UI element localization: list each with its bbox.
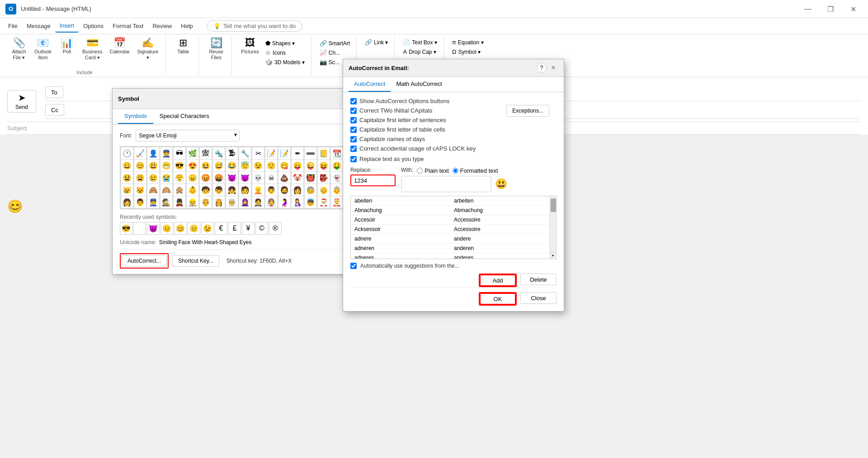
cap-table-checkbox[interactable] [350,127,357,133]
auto-suggest-checkbox[interactable] [350,263,357,269]
add-button[interactable]: Add [480,274,516,286]
symbol-cell[interactable]: 🙉 [160,184,172,196]
symbol-cell[interactable]: 😿 [121,184,133,196]
recent-cell[interactable]: 👿 [147,222,160,235]
signature-button[interactable]: ✍ Signature▾ [134,36,161,62]
calendar-button[interactable]: 📅 Calendar [107,36,133,57]
symbol-cell[interactable]: 🕸 [200,147,212,159]
recent-cell[interactable]: 😉 [201,222,214,235]
shapes-button[interactable]: ⬟ Shapes ▾ [264,39,307,47]
symbol-cell[interactable]: 👵 [331,184,343,196]
symbol-cell[interactable]: 👳 [226,196,238,208]
symbol-cell[interactable]: 👤 [147,147,159,159]
table-row[interactable]: adnerenanderen [351,244,550,253]
formatted-text-option[interactable]: Formatted text [453,167,498,174]
tab-autocorrect[interactable]: AutoCorrect [349,77,391,92]
symbol-cell[interactable]: 🌿 [187,147,198,159]
symbol-cell[interactable]: 💩 [278,172,290,184]
symbol-cell[interactable]: 😎 [174,160,185,171]
cap-days-checkbox[interactable] [350,136,357,142]
symbol-cell[interactable]: 😫 [121,172,133,184]
autocorrect-button[interactable]: AutoCorrect... [122,255,167,267]
scrollbar-thumb[interactable] [551,198,556,212]
symbol-cell[interactable]: 😈 [226,172,238,184]
menu-message[interactable]: Message [22,20,55,32]
symbol-cell[interactable]: 👺 [318,172,330,184]
cap-sentences-checkbox[interactable] [350,117,357,123]
symbol-cell[interactable]: 👮 [147,196,159,208]
symbol-cell[interactable]: 🤴 [200,196,212,208]
symbol-cell[interactable]: 😀 [121,160,133,171]
symbol-cell[interactable]: 👶 [187,184,198,196]
business-card-button[interactable]: 💳 BusinessCard ▾ [80,36,105,62]
symbol-cell[interactable]: 🧑 [239,184,251,196]
symbol-cell[interactable]: 😋 [278,160,290,171]
symbol-cell[interactable]: ✒ [292,147,303,159]
close-ac-button[interactable]: Close [520,292,557,304]
symbol-cell[interactable]: 👦 [213,184,225,196]
symbol-cell[interactable]: 🕶 [174,147,185,159]
symbol-cell[interactable]: 😅 [213,160,225,171]
symbol-cell[interactable]: 🧔 [278,184,290,196]
symbol-cell[interactable]: 👧 [226,184,238,196]
recent-cell[interactable]: 😎 [120,222,132,235]
symbol-cell[interactable]: 🔩 [213,147,225,159]
symbol-cell[interactable]: 🧕 [239,196,251,208]
symbol-cell[interactable]: 😊 [134,160,146,171]
table-row[interactable]: abeitenarbeiten [351,196,550,206]
symbol-cell[interactable]: 👩 [121,196,133,208]
table-row[interactable]: AcksessoirAccessoire [351,225,550,234]
symbol-cell[interactable]: 🤶 [331,196,343,208]
symbol-cell[interactable]: 👿 [239,172,251,184]
symbol-cell[interactable]: 👹 [305,172,316,184]
cc-button[interactable]: Cc [45,104,64,116]
recent-cell[interactable]: © [255,222,268,235]
symbol-cell[interactable]: 📒 [318,147,330,159]
table-row[interactable]: AbnachungAbmachung [351,206,550,215]
symbol-cell[interactable]: 🙂 [265,160,277,171]
help-button[interactable]: ? [537,63,547,73]
correct-two-checkbox[interactable] [350,108,357,114]
send-button[interactable]: ➤ Send [7,90,36,113]
outlook-item-button[interactable]: 📧 OutlookItem [32,36,54,62]
symbol-cell[interactable]: 👴 [318,184,330,196]
symbol-cell[interactable]: 🤡 [292,172,303,184]
symbol-cell[interactable]: 😍 [187,160,198,171]
symbol-cell[interactable]: ☠ [265,172,277,184]
symbol-cell[interactable]: 📝 [278,147,290,159]
restore-button[interactable]: ❐ [820,2,841,16]
symbol-cell[interactable]: 🧒 [200,184,212,196]
pictures-button[interactable]: 🖼 Pictures [238,36,262,57]
symbol-cell[interactable]: 👱 [252,184,264,196]
attach-file-button[interactable]: 📎 AttachFile ▾ [8,36,30,62]
recent-cell[interactable]: £ [228,222,241,235]
ok-button[interactable]: OK [480,293,516,305]
symbol-cell[interactable]: 🗜 [226,147,238,159]
symbol-button[interactable]: Ω Symbol ▾ [450,47,490,56]
shortcut-key-button[interactable]: Shortcut Key... [172,255,219,267]
tab-symbols[interactable]: Symbols [118,109,153,124]
recent-cell[interactable]: ¥ [242,222,255,235]
poll-button[interactable]: 📊 Poll [56,36,78,57]
plain-text-option[interactable]: Plain text [417,167,448,174]
recent-cell[interactable]: ® [269,222,282,235]
symbol-cell[interactable]: 🤰 [278,196,290,208]
symbol-cell[interactable]: 👷 [187,196,198,208]
symbol-cell[interactable]: 😭 [160,172,172,184]
symbol-cell[interactable]: 💂 [174,196,185,208]
reuse-files-button[interactable]: 🔄 ReuseFiles [205,36,227,62]
symbol-cell[interactable]: 🤬 [213,172,225,184]
table-row[interactable]: AccesoirAccessoire [351,215,550,225]
menu-format-text[interactable]: Format Text [108,20,148,32]
drop-cap-button[interactable]: A Drop Cap ▾ [401,47,439,56]
symbol-cell[interactable]: 😉 [252,160,264,171]
symbol-cell[interactable]: 👨 [265,184,277,196]
symbol-cell[interactable]: 👰 [265,196,277,208]
menu-review[interactable]: Review [148,20,176,32]
text-box-button[interactable]: 📄 Text Box ▾ [401,38,439,47]
symbol-cell[interactable]: 👨 [134,196,146,208]
symbol-cell[interactable]: 😝 [318,160,330,171]
correct-caps-checkbox[interactable] [350,146,357,152]
autocorrect-close[interactable]: × [548,63,558,73]
equation-button[interactable]: π Equation ▾ [450,38,490,47]
